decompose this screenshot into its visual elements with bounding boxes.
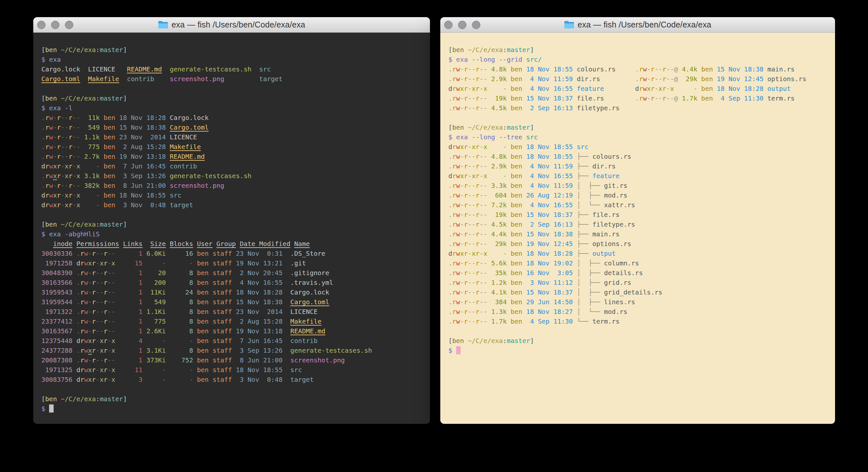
titlebar[interactable]: exa — fish /Users/ben/Code/exa/exa	[33, 17, 430, 33]
terminal-text: 16	[166, 249, 193, 257]
terminal-text: 3 Nov 11:12	[526, 279, 573, 287]
terminal-text: mod.rs	[604, 308, 627, 316]
permission-bit: -	[472, 279, 475, 287]
terminal-text	[72, 376, 76, 383]
permission-bit: .	[448, 318, 452, 325]
terminal-text: 4.5k	[487, 104, 506, 112]
terminal-text: 6.0Ki	[143, 249, 166, 257]
terminal-text: Makefile	[88, 75, 119, 83]
terminal-window-dark[interactable]: exa — fish /Users/ben/Code/exa/exa [ben …	[33, 17, 430, 424]
permission-bit: -	[107, 288, 112, 296]
terminal-text: ben	[511, 162, 522, 170]
terminal-text: ben	[701, 65, 713, 73]
minimize-button[interactable]	[458, 21, 466, 29]
terminal-text	[72, 240, 76, 248]
terminal-line: .rw-r--r-- 604 ben 26 Aug 12:19 │ ├── mo…	[448, 190, 830, 200]
terminal-line: .rw-r--r-- 7.2k ben 4 Nov 16:55 │ └── xa…	[448, 200, 830, 210]
terminal-text: 18 Nov 18:28	[717, 85, 764, 92]
close-button[interactable]	[444, 21, 453, 29]
terminal-text: staff	[213, 376, 232, 383]
zoom-button[interactable]	[472, 21, 480, 29]
terminal-text: 15 Nov 18:37	[526, 94, 573, 102]
permission-bit: r	[80, 259, 84, 267]
terminal-text: 2 Nov 20:45	[232, 269, 283, 277]
terminal-text: 15 Nov 18:38	[526, 230, 573, 238]
terminal-text	[72, 308, 76, 316]
permission-bit: w	[456, 211, 460, 218]
minimize-button[interactable]	[51, 21, 59, 29]
permission-bit: -	[460, 318, 464, 325]
terminal-line: .rw-r--r-- 1.3k ben 18 Nov 18:27 │ └── m…	[448, 307, 830, 317]
permission-bit: x	[65, 162, 68, 170]
permission-bit: -	[88, 279, 92, 287]
permission-bit: -	[88, 327, 92, 335]
permission-bit: -	[61, 133, 65, 141]
terminal-text	[290, 240, 294, 248]
terminal-text: ├──	[577, 230, 592, 238]
terminal-text	[283, 308, 290, 316]
permission-bit: -	[479, 240, 483, 248]
terminal-text: 8	[166, 269, 193, 277]
permission-bit: -	[479, 279, 483, 287]
terminal-text: 8	[166, 347, 193, 354]
permission-bit: r	[92, 249, 96, 257]
terminal-line: .rw-r--r-- 29k ben 19 Nov 12:45 ├── opti…	[448, 239, 830, 248]
terminal-text	[283, 347, 290, 354]
permission-bit: -	[96, 279, 100, 287]
permission-bit: d	[41, 191, 45, 199]
permission-bit: .	[41, 153, 45, 160]
permission-bit: -	[483, 201, 487, 209]
terminal-text: Group	[216, 240, 236, 248]
terminal-text: 5.6k	[487, 259, 506, 267]
terminal-text	[119, 240, 123, 248]
permission-bit: -	[483, 211, 487, 218]
permission-bit: -	[479, 104, 483, 112]
permission-bit: -	[61, 114, 65, 122]
terminal-text	[57, 395, 61, 403]
permission-bit: -	[468, 259, 472, 267]
terminal-text: contrib	[169, 162, 197, 170]
terminal-text	[283, 279, 290, 287]
permission-bit: r	[464, 94, 468, 102]
terminal-text	[573, 153, 577, 160]
terminal-text	[115, 182, 119, 189]
permission-bit: -	[107, 259, 112, 267]
close-button[interactable]	[37, 21, 45, 29]
terminal-window-light[interactable]: exa — fish /Users/ben/Code/exa/exa [ben …	[440, 17, 835, 424]
terminal-text	[573, 201, 577, 209]
terminal-text: 7.2k	[487, 201, 506, 209]
terminal-text	[507, 308, 511, 316]
terminal-text: ben	[511, 259, 522, 267]
window-title: exa — fish /Users/ben/Code/exa/exa	[578, 20, 711, 29]
permission-bit: r	[68, 153, 72, 160]
zoom-button[interactable]	[65, 21, 73, 29]
permission-bit: w	[456, 75, 460, 83]
terminal-screen[interactable]: [ben ~/C/e/exa:master]$ exaCargo.lock LI…	[33, 33, 430, 424]
permission-bit: -	[72, 201, 76, 209]
permission-bit: r	[92, 298, 96, 306]
permission-bit: r	[452, 230, 456, 238]
terminal-text	[713, 85, 717, 92]
terminal-text	[115, 337, 123, 345]
terminal-text: main.rs	[592, 230, 620, 238]
terminal-text	[507, 104, 511, 112]
permission-bit: -	[479, 259, 483, 267]
terminal-text: 4 Nov 16:55	[232, 279, 283, 287]
permission-bit: -	[468, 182, 472, 189]
terminal-text	[115, 143, 119, 151]
permission-bit: r	[104, 366, 107, 374]
terminal-text	[522, 288, 526, 296]
terminal-screen[interactable]: [ben ~/C/e/exa:master]$ exa --long --gri…	[440, 33, 835, 424]
permission-bit: r	[651, 94, 654, 102]
permission-bit: -	[460, 269, 464, 277]
permission-bit: -	[72, 114, 76, 122]
terminal-text	[507, 182, 511, 189]
terminal-text: staff	[213, 298, 232, 306]
permission-bit: r	[80, 366, 84, 374]
terminal-text: 12375448	[41, 337, 72, 345]
terminal-text: LICENCE	[290, 308, 317, 316]
titlebar[interactable]: exa — fish /Users/ben/Code/exa/exa	[440, 17, 835, 33]
terminal-line: 30163566 .rw-r--r-- 1 200 8 ben staff 4 …	[41, 278, 425, 287]
terminal-text: ben	[511, 65, 522, 73]
terminal-text: output	[592, 249, 616, 257]
